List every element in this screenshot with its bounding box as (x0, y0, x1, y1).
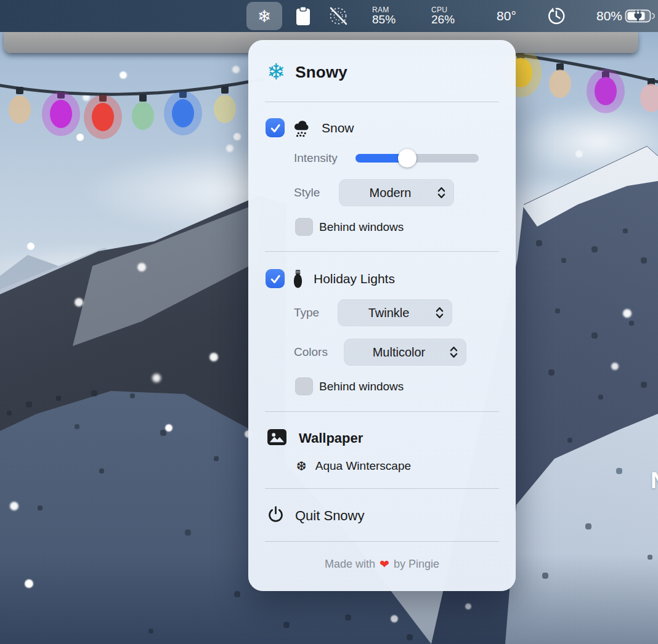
divider (265, 251, 499, 252)
style-dropdown[interactable]: Modern (339, 179, 454, 206)
power-icon (267, 505, 285, 526)
colors-dropdown-value: Multicolor (344, 345, 448, 360)
wallpaper-item-aqua-winterscape[interactable]: ❆ Aqua Winterscape (296, 457, 411, 475)
menubar-battery-percent[interactable]: 80% (587, 0, 622, 32)
colors-dropdown[interactable]: Multicolor (344, 339, 466, 366)
menubar-battery-button[interactable] (623, 0, 657, 32)
ram-value: 85% (372, 14, 396, 26)
holiday-light-bulb (214, 95, 236, 123)
snowy-app-icon: ❄ (267, 61, 285, 83)
holiday-light-bulb-magenta (42, 92, 80, 136)
wallpaper-section-header: Wallpaper (267, 428, 363, 449)
desktop-partial-text: N (651, 468, 658, 494)
photo-icon (267, 429, 287, 448)
menu-bar: ❄ RAM 85% CPU 26% 80° (0, 0, 658, 32)
checkmark-icon (269, 272, 282, 286)
divider (265, 488, 499, 489)
footer-suffix: by Pingie (394, 558, 439, 571)
menubar-clipboard-button[interactable] (292, 0, 314, 32)
temperature-value: 80° (497, 9, 516, 23)
divider (265, 541, 499, 542)
menubar-cpu-monitor[interactable]: CPU 26% (431, 0, 468, 32)
style-dropdown-value: Modern (339, 186, 436, 200)
clipboard-icon (295, 6, 311, 26)
holiday-light-bulb-purple (587, 69, 625, 113)
circle-slash-icon (327, 5, 349, 27)
holiday-lights-section-label: Holiday Lights (314, 272, 395, 286)
chevron-up-down-icon (437, 186, 446, 199)
menubar-ram-monitor[interactable]: RAM 85% (372, 0, 409, 32)
checkmark-icon (269, 121, 282, 135)
lights-behind-windows-label: Behind windows (319, 380, 404, 393)
menubar-sleep-toggle-button[interactable] (325, 0, 351, 32)
heart-icon: ❤ (380, 557, 389, 571)
holiday-light-bulb (640, 84, 658, 112)
holiday-lights-enabled-checkbox[interactable] (266, 269, 285, 288)
quit-snowy-button[interactable]: Quit Snowy (267, 505, 365, 526)
intensity-label: Intensity (294, 151, 355, 165)
holiday-light-bulb (549, 70, 571, 98)
type-dropdown-value: Twinkle (338, 306, 434, 320)
chevron-up-down-icon (435, 306, 444, 320)
quit-snowy-label: Quit Snowy (295, 508, 365, 524)
snow-behind-windows-checkbox[interactable] (295, 218, 313, 236)
divider (265, 411, 499, 412)
divider (265, 102, 499, 102)
popover-header: ❄ Snowy (267, 58, 347, 86)
snowy-popover: ❄ Snowy (248, 40, 516, 591)
menubar-temperature[interactable]: 80° (490, 0, 522, 32)
colors-label: Colors (294, 345, 344, 359)
desktop: N (0, 0, 658, 644)
type-label: Type (294, 306, 338, 320)
menubar-snowy-button[interactable]: ❄ (246, 2, 282, 30)
lights-behind-windows-checkbox[interactable] (295, 377, 313, 395)
time-machine-icon (545, 5, 567, 27)
wallpaper-item-label: Aqua Winterscape (315, 459, 411, 473)
snow-section-label: Snow (322, 121, 354, 135)
cpu-value: 26% (431, 14, 455, 26)
type-dropdown[interactable]: Twinkle (338, 299, 452, 326)
holiday-light-bulb-red (84, 95, 122, 139)
wallpaper-section-label: Wallpaper (299, 430, 363, 446)
snow-enabled-checkbox[interactable] (266, 118, 285, 137)
holiday-light-bulb-blue (164, 91, 202, 135)
popover-title: Snowy (295, 63, 347, 82)
intensity-slider-thumb[interactable] (398, 149, 416, 167)
snowflake-icon: ❄ (258, 8, 272, 25)
menubar-time-machine-button[interactable] (543, 0, 569, 32)
holiday-light-bulb (9, 95, 31, 124)
footer-credit: Made with ❤ by Pingie (248, 555, 516, 573)
cloud-snow-icon (293, 118, 311, 138)
battery-charging-icon (625, 7, 656, 25)
snow-behind-windows-label: Behind windows (319, 220, 404, 234)
light-bulb-icon (293, 269, 303, 289)
snowflake-small-icon: ❆ (296, 460, 307, 472)
intensity-slider[interactable] (355, 154, 479, 163)
chevron-up-down-icon (449, 345, 458, 359)
battery-percent-value: 80% (596, 9, 622, 23)
style-label: Style (294, 186, 339, 199)
footer-prefix: Made with (325, 558, 375, 571)
holiday-light-bulb (132, 102, 154, 130)
